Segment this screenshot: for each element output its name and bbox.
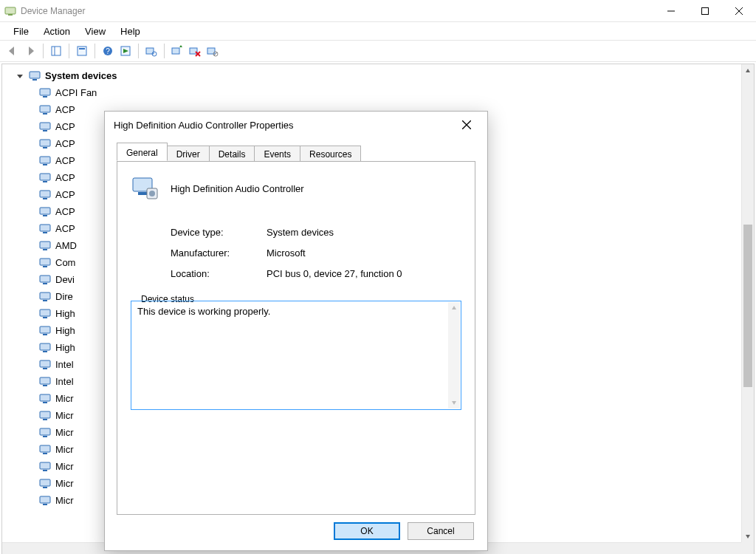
svg-rect-37 bbox=[43, 164, 47, 165]
svg-rect-40 bbox=[40, 191, 50, 197]
svg-rect-39 bbox=[43, 181, 47, 182]
tree-item-label: Intel bbox=[55, 359, 74, 370]
svg-rect-0 bbox=[5, 7, 16, 14]
tree-item-label: High bbox=[55, 342, 75, 353]
svg-point-85 bbox=[149, 191, 155, 196]
device-icon bbox=[39, 172, 51, 184]
tree-item-label: High bbox=[55, 308, 75, 319]
action-button[interactable] bbox=[117, 43, 134, 59]
device-status-text: This device is working properly. bbox=[137, 306, 270, 317]
dialog-close-button[interactable] bbox=[452, 114, 481, 136]
menu-view[interactable]: View bbox=[78, 26, 113, 37]
svg-rect-10 bbox=[78, 47, 86, 55]
tree-item-label: ACPI Fan bbox=[55, 87, 97, 98]
tab-driver[interactable]: Driver bbox=[167, 146, 210, 162]
device-icon bbox=[39, 359, 51, 371]
device-icon bbox=[39, 308, 51, 320]
svg-rect-58 bbox=[40, 343, 50, 350]
device-icon bbox=[39, 478, 51, 490]
scroll-down-icon[interactable] bbox=[742, 530, 754, 542]
dialog-titlebar[interactable]: High Definition Audio Controller Propert… bbox=[105, 112, 487, 138]
svg-rect-53 bbox=[43, 300, 47, 301]
device-icon bbox=[39, 376, 51, 388]
tree-item-label: High bbox=[55, 325, 75, 336]
svg-rect-74 bbox=[40, 479, 50, 486]
minimize-button[interactable] bbox=[654, 0, 688, 22]
tab-general[interactable]: General bbox=[117, 143, 168, 161]
computer-icon bbox=[29, 70, 41, 82]
cancel-button[interactable]: Cancel bbox=[408, 522, 474, 540]
svg-rect-43 bbox=[43, 215, 47, 216]
menubar: File Action View Help bbox=[0, 22, 756, 40]
device-icon bbox=[39, 121, 51, 133]
scan-hardware-button[interactable] bbox=[143, 43, 159, 59]
svg-rect-73 bbox=[43, 470, 47, 471]
device-icon bbox=[39, 274, 51, 286]
svg-rect-35 bbox=[43, 147, 47, 148]
svg-rect-34 bbox=[40, 140, 50, 146]
tree-item-label: AMD bbox=[55, 240, 77, 251]
close-button[interactable] bbox=[722, 0, 756, 22]
uninstall-button[interactable] bbox=[187, 43, 203, 59]
tree-item-label: Intel bbox=[55, 376, 74, 387]
manufacturer-label: Manufacturer: bbox=[171, 243, 267, 264]
svg-rect-27 bbox=[32, 79, 37, 81]
svg-rect-38 bbox=[40, 174, 50, 180]
device-icon bbox=[39, 342, 51, 354]
tab-resources[interactable]: Resources bbox=[300, 146, 361, 162]
svg-rect-66 bbox=[40, 411, 50, 418]
tree-root-row[interactable]: System devices bbox=[16, 67, 725, 84]
svg-marker-87 bbox=[452, 401, 456, 405]
device-type-label: Device type: bbox=[171, 222, 267, 243]
properties-button[interactable] bbox=[74, 43, 90, 59]
scrollbar-thumb[interactable] bbox=[743, 225, 752, 387]
menu-help[interactable]: Help bbox=[113, 26, 148, 37]
tree-item-label: Micr bbox=[55, 393, 74, 404]
properties-dialog: High Definition Audio Controller Propert… bbox=[104, 111, 488, 551]
tree-item-label: ACP bbox=[55, 104, 75, 115]
tab-details[interactable]: Details bbox=[209, 146, 255, 162]
titlebar: Device Manager bbox=[0, 0, 756, 22]
svg-rect-41 bbox=[43, 198, 47, 199]
status-scroll-down-icon[interactable] bbox=[448, 397, 460, 408]
svg-rect-60 bbox=[40, 360, 50, 367]
menu-file[interactable]: File bbox=[6, 26, 36, 37]
forward-button[interactable] bbox=[22, 43, 38, 59]
scroll-up-icon[interactable] bbox=[742, 64, 754, 77]
device-icon bbox=[39, 410, 51, 422]
tree-item-label: Micr bbox=[55, 427, 74, 438]
svg-rect-3 bbox=[702, 7, 709, 14]
caret-down-icon[interactable] bbox=[16, 72, 24, 80]
device-icon bbox=[39, 291, 51, 303]
svg-rect-51 bbox=[43, 283, 47, 284]
device-status-box[interactable]: This device is working properly. bbox=[131, 301, 461, 410]
tree-item-label: ACP bbox=[55, 138, 75, 149]
svg-rect-63 bbox=[43, 385, 47, 386]
svg-rect-75 bbox=[43, 487, 47, 488]
tab-events[interactable]: Events bbox=[254, 146, 300, 162]
update-driver-button[interactable] bbox=[169, 43, 185, 59]
disable-button[interactable] bbox=[205, 43, 221, 59]
tree-root-label: System devices bbox=[45, 70, 117, 81]
tree-item-label: Com bbox=[55, 257, 75, 268]
tree-item-label: ACP bbox=[55, 155, 75, 166]
status-scroll-up-icon[interactable] bbox=[448, 302, 460, 314]
vertical-scrollbar[interactable] bbox=[741, 64, 754, 542]
svg-marker-86 bbox=[452, 306, 456, 310]
svg-rect-49 bbox=[43, 266, 47, 267]
device-icon bbox=[39, 189, 51, 201]
menu-action[interactable]: Action bbox=[36, 26, 78, 37]
back-button[interactable] bbox=[4, 43, 21, 59]
show-hide-tree-button[interactable] bbox=[48, 43, 64, 59]
help-button[interactable]: ? bbox=[100, 43, 116, 59]
status-scrollbar[interactable] bbox=[448, 302, 460, 408]
device-type-value: System devices bbox=[267, 222, 461, 243]
tree-item[interactable]: ACPI Fan bbox=[16, 84, 725, 101]
maximize-button[interactable] bbox=[688, 0, 722, 22]
tree-item-label: ACP bbox=[55, 206, 75, 217]
svg-rect-8 bbox=[52, 47, 61, 55]
tree-item-label: Devi bbox=[55, 274, 75, 285]
ok-button[interactable]: OK bbox=[334, 522, 400, 540]
location-label: Location: bbox=[171, 264, 267, 284]
svg-rect-44 bbox=[40, 225, 50, 231]
